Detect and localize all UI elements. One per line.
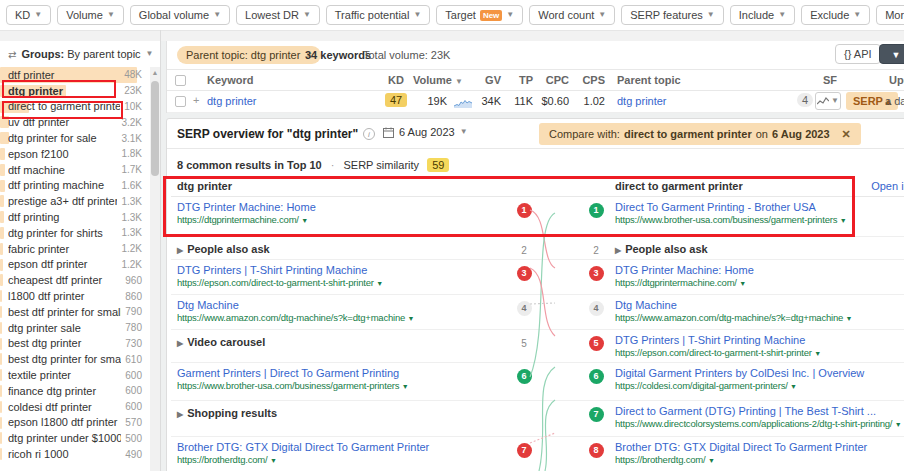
sidebar-item[interactable]: l1800 dtf printer860: [0, 288, 150, 304]
sidebar-item[interactable]: prestige a3+ dtf printer1.3K: [0, 193, 150, 209]
filter-button-global-volume[interactable]: Global volume▼: [130, 5, 230, 25]
sidebar-item[interactable]: dtg printer for sale3.1K: [0, 130, 150, 146]
col-keyword[interactable]: Keyword: [207, 74, 253, 86]
result-title-link[interactable]: Garment Printers | Direct To Garment Pri…: [177, 367, 507, 379]
sidebar-item[interactable]: dtf printing1.3K: [0, 209, 150, 225]
open-in-new-link[interactable]: Open in ne: [871, 180, 904, 192]
parent-topic-link[interactable]: dtg printer: [617, 95, 667, 107]
sidebar-item[interactable]: ricoh ri 1000490: [0, 446, 150, 462]
result-url[interactable]: https://dtgprintermachine.com/ ▼: [177, 214, 507, 225]
info-icon[interactable]: i: [363, 128, 375, 140]
result-title-link[interactable]: Direct To Garment Printing - Brother USA: [615, 201, 904, 213]
sidebar-item[interactable]: best dtf printer for small ...790: [0, 304, 150, 320]
result-url[interactable]: https://www.amazon.com/dtg-machine/s?k=d…: [177, 312, 507, 323]
sidebar-item[interactable]: dtf printing machine1.6K: [0, 178, 150, 194]
sidebar-item[interactable]: best dtg printer for small...610: [0, 351, 150, 367]
col-tp[interactable]: TP: [507, 74, 533, 86]
result-title-link[interactable]: Dtg Machine: [177, 299, 507, 311]
col-cps[interactable]: CPS: [575, 74, 605, 86]
sidebar-item[interactable]: epson l1800 dtf printer570: [0, 415, 150, 431]
filter-button-serp-features[interactable]: SERP features▼: [621, 5, 723, 25]
export-button[interactable]: ▼: [879, 44, 904, 64]
result-url[interactable]: https://epson.com/direct-to-garment-t-sh…: [177, 277, 507, 288]
keyword-link[interactable]: dtg printer: [207, 95, 257, 107]
date-picker[interactable]: 6 Aug 2023 ▼: [383, 126, 468, 138]
col-parent-topic[interactable]: Parent topic: [617, 74, 681, 86]
serp-result-cell: Digital Garment Printers by ColDesi Inc.…: [609, 363, 904, 400]
group-label: dtg printer sale: [8, 322, 121, 334]
col-cpc[interactable]: CPC: [537, 74, 569, 86]
sidebar-item[interactable]: fabric printer1.2K: [0, 241, 150, 257]
sidebar-scrollbar[interactable]: ▲: [150, 67, 160, 471]
groups-header[interactable]: ⇄ Groups: By parent topic ▼: [0, 41, 160, 67]
filter-button-exclude[interactable]: Exclude▼: [801, 5, 870, 25]
filter-button-lowest-dr[interactable]: Lowest DR▼: [236, 5, 320, 25]
sidebar-item[interactable]: dtg printer sale780: [0, 320, 150, 336]
sidebar-item[interactable]: direct to garment printer10K: [0, 99, 150, 115]
sidebar-item[interactable]: coldesi dtf printer600: [0, 399, 150, 415]
sidebar-item[interactable]: best dtg printer730: [0, 336, 150, 352]
expand-plus-icon[interactable]: +: [193, 94, 199, 106]
result-title-link[interactable]: Brother DTG: GTX Digital Direct To Garme…: [177, 441, 507, 453]
result-title-link[interactable]: DTG Printers | T-Shirt Printing Machine: [177, 264, 507, 276]
position-cell: 4: [583, 295, 609, 329]
sidebar-item[interactable]: dtg printer23K: [0, 83, 150, 99]
filter-button-word-count[interactable]: Word count▼: [529, 5, 615, 25]
col-gv[interactable]: GV: [467, 74, 501, 86]
sidebar-item[interactable]: epson dtf printer1.2K: [0, 257, 150, 273]
result-title-link[interactable]: DTG Printer Machine: Home: [615, 264, 904, 276]
result-title-link[interactable]: DTG Printers | T-Shirt Printing Machine: [615, 334, 904, 346]
result-url[interactable]: https://www.directcolorsystems.com/appli…: [615, 418, 904, 429]
sidebar-item[interactable]: finance dtg printer600: [0, 383, 150, 399]
result-title-link[interactable]: Direct to Garment (DTG) Printing | The B…: [615, 405, 904, 417]
similarity-badge: 59: [427, 158, 449, 172]
select-all-checkbox[interactable]: [175, 75, 186, 86]
sidebar-item[interactable]: dtf printer48K: [0, 67, 150, 83]
result-url[interactable]: https://www.brother-usa.com/business/gar…: [615, 214, 904, 225]
serp-feature[interactable]: ▶People also ask: [615, 241, 904, 255]
serp-feature[interactable]: ▶Video carousel: [177, 334, 507, 348]
serp-feature[interactable]: ▶People also ask: [177, 241, 507, 255]
parent-topic-filter-pill[interactable]: Parent topic: dtg printer ×: [177, 46, 321, 64]
cpc-value: $0.60: [537, 95, 569, 107]
result-title-link[interactable]: Dtg Machine: [615, 299, 904, 311]
result-url[interactable]: https://epson.com/direct-to-garment-t-sh…: [615, 347, 904, 358]
sidebar-item[interactable]: cheapest dtf printer960: [0, 272, 150, 288]
group-volume: 600: [125, 385, 142, 396]
col-volume[interactable]: Volume ▼: [413, 74, 463, 86]
col-updated[interactable]: Upd: [889, 74, 904, 86]
filter-button-target[interactable]: TargetNew▼: [436, 5, 523, 25]
serp-feature[interactable]: ▶Shopping results: [177, 405, 507, 419]
filter-button-traffic-potential[interactable]: Traffic potential▼: [326, 5, 431, 25]
result-title-link[interactable]: DTG Printer Machine: Home: [177, 201, 507, 213]
sidebar-item[interactable]: textile printer600: [0, 367, 150, 383]
result-title-link[interactable]: Brother DTG: GTX Digital Direct To Garme…: [615, 441, 904, 453]
result-title-link[interactable]: Digital Garment Printers by ColDesi Inc.…: [615, 367, 904, 379]
sidebar-item[interactable]: dtg printer under $1000500: [0, 430, 150, 446]
result-url[interactable]: https://dtgprintermachine.com/ ▼: [615, 277, 904, 288]
filter-button-include[interactable]: Include▼: [730, 5, 795, 25]
close-icon[interactable]: ✕: [842, 123, 851, 145]
col-kd[interactable]: KD: [388, 74, 404, 86]
row-checkbox[interactable]: [175, 96, 186, 107]
col-sf[interactable]: SF: [823, 74, 837, 86]
scroll-up-icon[interactable]: ▲: [151, 69, 159, 76]
filter-button-volume[interactable]: Volume▼: [57, 5, 124, 25]
filter-button-more-filters[interactable]: More filters▼: [876, 5, 904, 25]
compare-chip[interactable]: Compare with: direct to garment printer …: [539, 123, 861, 145]
serp-comparison-row: Dtg Machinehttps://www.amazon.com/dtg-ma…: [171, 295, 904, 330]
sidebar-item[interactable]: dtf machine1.7K: [0, 162, 150, 178]
scrollbar-thumb[interactable]: [151, 81, 159, 176]
result-url[interactable]: https://www.amazon.com/dtg-machine/s?k=d…: [615, 312, 904, 323]
result-url[interactable]: https://www.brother-usa.com/business/gar…: [177, 380, 507, 391]
filter-button-kd[interactable]: KD▼: [6, 5, 51, 25]
result-url[interactable]: https://brotherdtg.com/ ▼: [177, 454, 507, 465]
result-url[interactable]: https://brotherdtg.com/ ▼: [615, 454, 904, 465]
history-chart-button[interactable]: ▼: [815, 92, 841, 110]
sidebar-item[interactable]: dtg printer for shirts1.3K: [0, 225, 150, 241]
sidebar-item[interactable]: epson f21001.8K: [0, 146, 150, 162]
sidebar-item[interactable]: uv dtf printer3.2K: [0, 114, 150, 130]
chevron-down-icon: ▼: [598, 11, 606, 19]
result-url[interactable]: https://coldesi.com/digital-garment-prin…: [615, 380, 904, 391]
api-button[interactable]: {} API: [835, 44, 881, 64]
